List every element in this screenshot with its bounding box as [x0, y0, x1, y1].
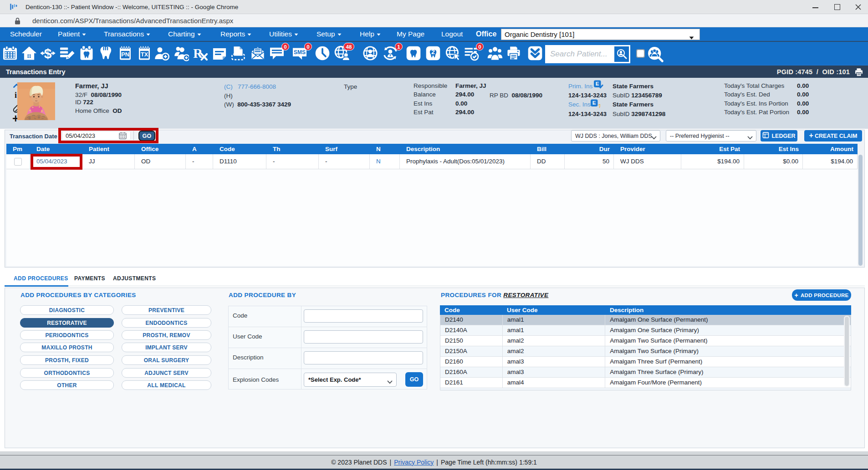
- sec-ins-link[interactable]: Sec. Ins: [568, 101, 591, 108]
- procedure-row[interactable]: D2160amal3Amalgam Three Surf (Permanent): [440, 357, 851, 367]
- user-code-input[interactable]: [304, 330, 423, 344]
- patient-chart-icon-button[interactable]: [78, 45, 96, 64]
- ledger-button[interactable]: LEDGER: [761, 130, 797, 142]
- procedure-row[interactable]: D2160Aamal3Amalgam Three Surface (Primar…: [440, 367, 851, 378]
- category-all-medical-button[interactable]: ALL MEDICAL: [122, 380, 211, 390]
- family-search-button[interactable]: [647, 45, 664, 65]
- proc-cell: amal2: [503, 346, 606, 356]
- grid-scrollbar[interactable]: [858, 154, 863, 266]
- collapse-toolbar-icon-button[interactable]: [527, 45, 544, 64]
- progress-notes-icon-button[interactable]: PN: [117, 45, 134, 64]
- proc-cell: Amalgam One Surface (Primary): [605, 325, 851, 335]
- procedure-row[interactable]: D2150amal2Amalgam Two Surface (Permanent…: [440, 336, 851, 346]
- charting-icon-button[interactable]: [59, 45, 76, 64]
- procedure-row[interactable]: D2140amal1Amalgam One Surface (Permanent…: [440, 315, 851, 325]
- sms-messages-icon-button[interactable]: SMS0: [291, 45, 309, 64]
- sec-ins-eligibility-icon[interactable]: E?: [590, 99, 600, 110]
- patient-info-icon[interactable]: i: [15, 91, 17, 100]
- calendar-icon-button[interactable]: [2, 45, 19, 64]
- toolbar-checkbox[interactable]: [636, 49, 645, 58]
- description-input[interactable]: [304, 351, 423, 364]
- procedure-row[interactable]: D2140Aamal1Amalgam One Surface (Primary): [440, 325, 851, 336]
- today-label-2: Today's Est. Ins Portion: [724, 100, 788, 107]
- payments-icon-button[interactable]: $: [40, 45, 57, 64]
- treatment-plan-icon-button[interactable]: TX: [136, 45, 153, 64]
- category-endodontics-button[interactable]: ENDODONTICS: [122, 318, 211, 328]
- window-maximize-button[interactable]: [827, 0, 848, 14]
- menu-scheduler[interactable]: Scheduler: [10, 27, 42, 41]
- category-restorative-button[interactable]: RESTORATIVE: [20, 318, 114, 328]
- patient-portal-icon: [362, 45, 379, 64]
- procedures-scrollbar-thumb[interactable]: [845, 317, 849, 386]
- add-procedure-button[interactable]: + ADD PROCEDURE: [792, 289, 851, 301]
- phone-cell-link[interactable]: 777-666-8008: [238, 83, 276, 90]
- category-periodontics-button[interactable]: PERIODONTICS: [20, 330, 114, 340]
- row-checkbox[interactable]: [14, 158, 22, 166]
- prescriptions-icon-button[interactable]: R: [192, 45, 209, 64]
- tab-payments[interactable]: PAYMENTS: [74, 275, 105, 287]
- proc-cell: D2140A: [440, 325, 503, 335]
- chat-messages-icon-button[interactable]: 0: [269, 45, 286, 64]
- perio-chart-icon-button[interactable]: [97, 45, 115, 64]
- transaction-row[interactable]: 05/04/2023 JJ OD - D1110 - - N Prophylax…: [6, 154, 858, 169]
- category-maxillo-prosth-button[interactable]: MAXILLO PROSTH: [20, 343, 114, 352]
- privacy-policy-link[interactable]: Privacy Policy: [394, 459, 434, 466]
- category-oral-surgery-button[interactable]: ORAL SURGERY: [122, 355, 211, 365]
- notes-icon-button[interactable]: [211, 45, 229, 64]
- menu-help[interactable]: Help: [360, 27, 381, 41]
- add-patient-icon-button[interactable]: [153, 45, 171, 64]
- incoming-mail-icon: [250, 45, 267, 64]
- prim-ins-link[interactable]: Prim. Ins: [568, 83, 592, 90]
- patient-portal-icon-button[interactable]: [362, 45, 379, 64]
- window-minimize-button[interactable]: [805, 0, 826, 14]
- online-patients-icon-button[interactable]: 48: [334, 45, 351, 64]
- menu-my-page[interactable]: My Page: [397, 27, 424, 41]
- web-access-icon-button[interactable]: [445, 45, 462, 64]
- prim-ins-eligibility-icon[interactable]: E: [593, 80, 603, 91]
- hygienist-select[interactable]: -- Preferred Hygienist --: [666, 130, 756, 142]
- patient-sync-icon-button[interactable]: 1: [382, 45, 399, 64]
- category-prosth-fixed-button[interactable]: PROSTH, FIXED: [20, 355, 114, 365]
- grid-scrollbar-thumb[interactable]: [858, 155, 863, 266]
- incoming-mail-icon-button[interactable]: [250, 45, 267, 64]
- category-other-button[interactable]: OTHER: [20, 380, 114, 390]
- provider-select[interactable]: WJ DDS : Jones, William DDS: [571, 130, 660, 142]
- home-icon-button[interactable]: [21, 45, 38, 64]
- tab-adjustments[interactable]: ADJUSTMENTS: [113, 275, 156, 287]
- explosion-go-button[interactable]: GO: [405, 372, 423, 387]
- category-implant-serv-button[interactable]: IMPLANT SERV: [122, 343, 211, 352]
- patient-search-button[interactable]: [614, 46, 629, 62]
- procedures-scrollbar[interactable]: [844, 316, 850, 387]
- browser-urlbar[interactable]: denticon.com/ASPX/Transactions/AdvancedT…: [0, 14, 868, 27]
- document-scan-icon-button[interactable]: [230, 45, 247, 64]
- menu-transactions[interactable]: Transactions: [104, 27, 150, 41]
- tooth-chart-icon-button[interactable]: [405, 45, 423, 64]
- time-clock-icon-button[interactable]: [314, 45, 332, 64]
- category-diagnostic-button[interactable]: DIAGNOSTIC: [20, 305, 114, 315]
- add-family-icon-button[interactable]: [173, 45, 190, 64]
- category-adjunct-serv-button[interactable]: ADJUNCT SERV: [122, 368, 211, 378]
- office-select[interactable]: Organic Dentistry [101]: [501, 29, 700, 40]
- explosion-codes-select[interactable]: *Select Exp. Code*: [304, 373, 397, 387]
- task-list-icon-button[interactable]: 0: [463, 45, 480, 64]
- procedure-row[interactable]: D2150Aamal2Amalgam Two Surface (Primary): [440, 346, 851, 357]
- menu-logout[interactable]: Logout: [441, 27, 463, 41]
- code-input[interactable]: [304, 309, 423, 323]
- patient-search-input[interactable]: [546, 45, 614, 63]
- menu-reports[interactable]: Reports: [220, 27, 251, 41]
- menu-patient[interactable]: Patient: [58, 27, 86, 41]
- menu-setup[interactable]: Setup: [317, 27, 342, 41]
- print-icon-button[interactable]: [505, 45, 523, 64]
- menu-utilities[interactable]: Utilities: [269, 27, 298, 41]
- category-orthodontics-button[interactable]: ORTHODONTICS: [20, 368, 114, 378]
- create-claim-button[interactable]: + CREATE CLAIM: [804, 130, 862, 142]
- svg-text:TX: TX: [141, 51, 148, 58]
- patient-photo[interactable]: [17, 82, 55, 120]
- staff-icon-button[interactable]: [487, 45, 504, 64]
- category-prosth-remov-button[interactable]: PROSTH, REMOV: [122, 330, 211, 340]
- procedure-row[interactable]: D2161amal4Amalgam Four/More (Permanent): [440, 378, 851, 388]
- category-preventive-button[interactable]: PREVENTIVE: [122, 305, 211, 315]
- window-close-button[interactable]: [848, 0, 868, 14]
- menu-charting[interactable]: Charting: [168, 27, 201, 41]
- tooth-chart2-icon-button[interactable]: 2: [425, 45, 442, 64]
